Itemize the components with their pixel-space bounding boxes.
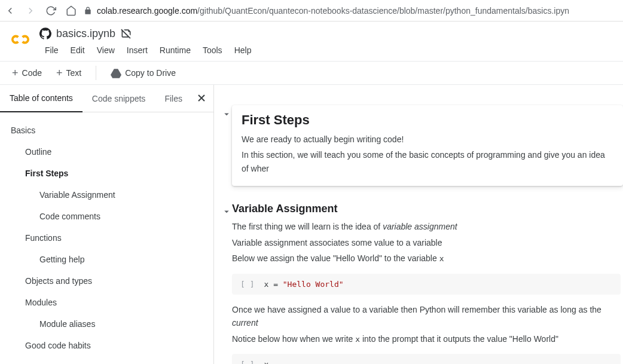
collapse-icon[interactable] xyxy=(221,206,232,217)
var-assign-p3: Below we assign the value "Hello World" … xyxy=(232,252,621,265)
menu-help[interactable]: Help xyxy=(229,43,257,57)
toc-item-variable-assignment[interactable]: Variable Assignment xyxy=(0,184,213,206)
copy-to-drive-button[interactable]: Copy to Drive xyxy=(106,64,181,82)
after1-p1: Once we have assigned a value to a varia… xyxy=(232,303,621,330)
add-code-button[interactable]: +Code xyxy=(7,63,47,83)
reload-icon[interactable] xyxy=(45,5,56,16)
collapse-icon[interactable] xyxy=(221,109,232,120)
menu-edit[interactable]: Edit xyxy=(65,43,90,57)
notebook-content[interactable]: _________ First Steps We are ready to ac… xyxy=(214,85,623,364)
browser-toolbar: colab.research.google.com/github/QuantEc… xyxy=(0,0,623,22)
home-icon[interactable] xyxy=(66,5,77,16)
colab-header: basics.ipynb File Edit View Insert Runti… xyxy=(0,22,623,61)
code-cell-2[interactable]: [ ] x xyxy=(232,354,621,364)
code-text: x = "Hello World" xyxy=(264,280,343,289)
close-icon[interactable] xyxy=(196,92,207,104)
tab-toc[interactable]: Table of contents xyxy=(0,85,83,112)
forward-icon[interactable] xyxy=(25,5,36,16)
after1-p2: Notice below how when we write x into th… xyxy=(232,332,621,346)
toc-item-objects-types[interactable]: Objects and types xyxy=(0,270,213,292)
menu-runtime[interactable]: Runtime xyxy=(154,43,196,57)
first-steps-p1: We are ready to actually begin writing c… xyxy=(242,133,613,146)
toc-item-code-comments[interactable]: Code comments xyxy=(0,206,213,227)
doc-title[interactable]: basics.ipynb xyxy=(56,27,115,40)
back-icon[interactable] xyxy=(5,5,16,16)
cell-gutter: [ ] xyxy=(240,360,254,364)
toc-item-basics[interactable]: Basics xyxy=(0,120,213,141)
variable-assignment-section: Variable Assignment The first thing we w… xyxy=(232,203,623,364)
add-text-button[interactable]: +Text xyxy=(51,63,86,83)
lock-icon xyxy=(84,7,92,15)
first-steps-card: First Steps We are ready to actually beg… xyxy=(232,105,623,186)
main-area: Table of contents Code snippets Files Ba… xyxy=(0,85,623,364)
var-assign-p2: Variable assignment associates some valu… xyxy=(232,236,621,249)
var-assign-p1: The first thing we will learn is the ide… xyxy=(232,220,621,233)
menu-file[interactable]: File xyxy=(39,43,64,57)
tab-files[interactable]: Files xyxy=(155,85,192,112)
toolbar-separator xyxy=(96,66,96,80)
toc-item-functions[interactable]: Functions xyxy=(0,227,213,249)
toc-item-good-code-habits[interactable]: Good code habits xyxy=(0,335,213,356)
toc-item-modules[interactable]: Modules xyxy=(0,292,213,313)
sidebar-tabs: Table of contents Code snippets Files xyxy=(0,85,213,112)
menu-bar: File Edit View Insert Runtime Tools Help xyxy=(39,43,613,61)
sidebar: Table of contents Code snippets Files Ba… xyxy=(0,85,214,364)
table-of-contents: Basics Outline First Steps Variable Assi… xyxy=(0,112,213,363)
drive-icon xyxy=(111,68,121,78)
tab-snippets[interactable]: Code snippets xyxy=(83,85,155,112)
toc-item-getting-help[interactable]: Getting help xyxy=(0,249,213,270)
address-bar[interactable]: colab.research.google.com/github/QuantEc… xyxy=(84,6,618,16)
github-icon[interactable] xyxy=(39,27,51,39)
toolbar: +Code +Text Copy to Drive xyxy=(0,61,623,85)
nav-buttons xyxy=(5,5,77,16)
menu-view[interactable]: View xyxy=(91,43,120,57)
var-assign-heading: Variable Assignment xyxy=(232,203,621,215)
code-text: x xyxy=(264,360,268,364)
toc-item-outline[interactable]: Outline xyxy=(0,141,213,163)
url-text: colab.research.google.com/github/QuantEc… xyxy=(97,6,569,16)
title-row: basics.ipynb xyxy=(39,25,613,42)
toc-item-module-aliases[interactable]: Module aliases xyxy=(0,313,213,335)
colab-logo-icon[interactable] xyxy=(10,29,31,50)
code-cell-1[interactable]: [ ] x = "Hello World" xyxy=(232,274,621,295)
first-steps-p2: In this section, we will teach you some … xyxy=(242,148,613,175)
menu-tools[interactable]: Tools xyxy=(197,43,228,57)
toc-item-first-steps[interactable]: First Steps xyxy=(0,163,213,184)
cell-gutter: [ ] xyxy=(240,280,254,289)
menu-insert[interactable]: Insert xyxy=(121,43,153,57)
first-steps-heading: First Steps xyxy=(242,112,613,128)
no-save-icon xyxy=(120,27,132,39)
